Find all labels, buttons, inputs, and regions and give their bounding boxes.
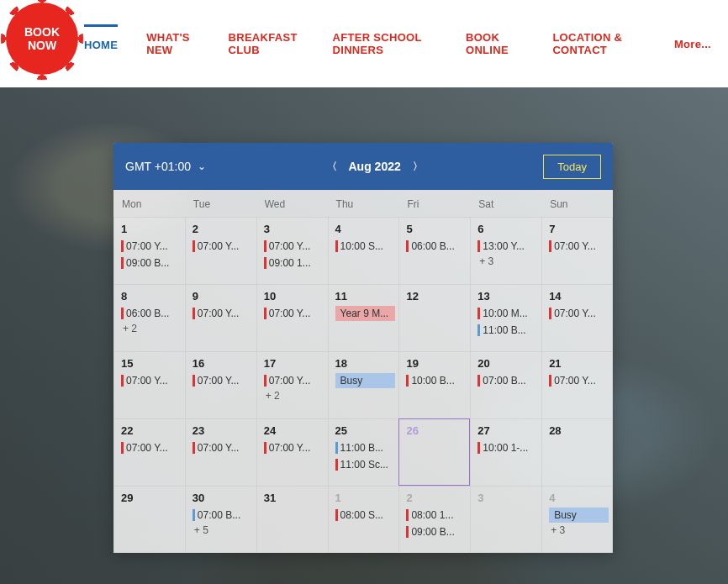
calendar-event[interactable]: 11:00 Sc... xyxy=(335,457,396,472)
calendar-cell[interactable]: 1007:00 Y... xyxy=(256,284,328,351)
calendar-event[interactable]: 10:00 M... xyxy=(477,306,538,321)
nav-location-contact[interactable]: LOCATION & CONTACT xyxy=(552,19,646,68)
day-number: 15 xyxy=(121,357,182,370)
calendar-cell[interactable]: 1407:00 Y... xyxy=(541,284,613,351)
calendar-event[interactable]: 07:00 B... xyxy=(477,373,538,388)
calendar-cell[interactable]: 207:00 Y... xyxy=(185,217,256,284)
day-number: 19 xyxy=(406,357,467,370)
day-number: 3 xyxy=(264,223,324,235)
calendar-cell[interactable]: 4Busy+ 3 xyxy=(541,486,613,553)
calendar-cell[interactable]: 2207:00 Y... xyxy=(113,418,185,486)
badge-text: BOOKNOW xyxy=(24,25,60,52)
nav-whats-new[interactable]: WHAT'S NEW xyxy=(146,19,199,68)
calendar-cell[interactable]: 806:00 B...+ 2 xyxy=(113,284,185,351)
calendar-cell[interactable]: 1310:00 M...11:00 B... xyxy=(470,284,541,351)
calendar-cell[interactable]: 307:00 Y...09:00 1... xyxy=(256,217,328,284)
calendar-cell[interactable]: 2107:00 Y... xyxy=(541,351,613,418)
calendar-event[interactable]: 07:00 B... xyxy=(193,508,253,523)
calendar-cell[interactable]: 28 xyxy=(541,418,613,486)
calendar-event[interactable]: 07:00 Y... xyxy=(264,306,324,321)
calendar-event[interactable]: Busy xyxy=(335,373,396,388)
calendar-event[interactable]: 09:00 B... xyxy=(406,524,467,539)
prev-month-button[interactable]: 〈 xyxy=(324,156,340,177)
calendar-cell[interactable]: 208:00 1...09:00 B... xyxy=(398,486,470,553)
day-number: 20 xyxy=(477,357,538,370)
calendar-grid: 107:00 Y...09:00 B...207:00 Y...307:00 Y… xyxy=(113,217,613,553)
nav-more[interactable]: More... xyxy=(674,26,711,62)
calendar-event[interactable]: 07:00 Y... xyxy=(193,306,253,321)
calendar-cell[interactable]: 907:00 Y... xyxy=(185,284,256,351)
more-events-link[interactable]: + 3 xyxy=(549,524,609,536)
calendar-event[interactable]: 07:00 Y... xyxy=(264,440,324,455)
calendar-event[interactable]: 06:00 B... xyxy=(121,306,182,321)
next-month-button[interactable]: 〉 xyxy=(409,156,426,177)
calendar-event[interactable]: 07:00 Y... xyxy=(121,440,182,455)
calendar-event[interactable]: 07:00 Y... xyxy=(193,440,253,455)
timezone-selector[interactable]: GMT +01:00 ⌄ xyxy=(125,160,206,173)
calendar-event[interactable]: 07:00 Y... xyxy=(264,239,324,254)
calendar-cell[interactable]: 3 xyxy=(470,486,541,553)
calendar-cell[interactable]: 12 xyxy=(398,284,470,351)
calendar-cell[interactable]: 613:00 Y...+ 3 xyxy=(470,217,541,284)
nav-after-school-dinners[interactable]: AFTER SCHOOL DINNERS xyxy=(333,19,437,68)
calendar-cell[interactable]: 2710:00 1-... xyxy=(470,418,541,486)
calendar-event[interactable]: 13:00 Y... xyxy=(477,239,538,254)
calendar-event[interactable]: Year 9 M... xyxy=(335,306,396,321)
calendar-event[interactable]: 11:00 B... xyxy=(477,323,538,338)
dow-sun: Sun xyxy=(541,190,613,217)
calendar-cell[interactable]: 1507:00 Y... xyxy=(113,351,185,418)
calendar-event[interactable]: 07:00 Y... xyxy=(264,373,324,388)
calendar-cell[interactable]: 707:00 Y... xyxy=(541,217,613,284)
calendar-cell[interactable]: 506:00 B... xyxy=(398,217,470,284)
calendar-event[interactable]: Busy xyxy=(549,508,609,523)
nav-home[interactable]: HOME xyxy=(84,24,118,63)
calendar-event[interactable]: 06:00 B... xyxy=(406,239,467,254)
calendar-cell[interactable]: 2511:00 B...11:00 Sc... xyxy=(328,418,399,486)
day-number: 1 xyxy=(121,223,182,235)
calendar-cell[interactable]: 18Busy xyxy=(328,351,399,418)
calendar-cell[interactable]: 1707:00 Y...+ 2 xyxy=(256,351,328,418)
calendar-event[interactable]: 07:00 Y... xyxy=(193,239,253,254)
calendar-panel: GMT +01:00 ⌄ 〈 Aug 2022 〉 Today Mon Tue … xyxy=(113,143,613,553)
calendar-event[interactable]: 08:00 1... xyxy=(406,508,467,523)
calendar-event[interactable]: 10:00 B... xyxy=(406,373,467,388)
calendar-cell[interactable]: 11Year 9 M... xyxy=(328,284,399,351)
day-number: 18 xyxy=(335,357,396,370)
more-events-link[interactable]: + 2 xyxy=(121,323,182,334)
calendar-cell[interactable]: 1607:00 Y... xyxy=(185,351,256,418)
calendar-event[interactable]: 09:00 1... xyxy=(264,255,324,271)
calendar-cell[interactable]: 410:00 S... xyxy=(328,217,399,284)
more-events-link[interactable]: + 2 xyxy=(264,390,324,402)
more-events-link[interactable]: + 3 xyxy=(477,255,538,267)
calendar-cell[interactable]: 26 xyxy=(398,418,470,486)
nav-book-online[interactable]: BOOK ONLINE xyxy=(466,19,524,68)
chevron-down-icon: ⌄ xyxy=(198,160,206,172)
calendar-event[interactable]: 07:00 Y... xyxy=(549,306,609,321)
calendar-cell[interactable]: 2407:00 Y... xyxy=(256,418,328,486)
calendar-cell[interactable]: 107:00 Y...09:00 B... xyxy=(113,217,185,284)
book-now-badge[interactable]: BOOKNOW xyxy=(6,3,78,75)
calendar-event[interactable]: 07:00 Y... xyxy=(121,239,182,254)
calendar-cell[interactable]: 3007:00 B...+ 5 xyxy=(185,486,256,553)
calendar-event[interactable]: 07:00 Y... xyxy=(193,373,253,388)
calendar-event[interactable]: 07:00 Y... xyxy=(549,373,609,388)
calendar-cell[interactable]: 108:00 S... xyxy=(328,486,399,553)
day-number: 26 xyxy=(406,424,467,437)
calendar-event[interactable]: 09:00 B... xyxy=(121,255,182,271)
calendar-cell[interactable]: 31 xyxy=(256,486,328,553)
dow-mon: Mon xyxy=(113,190,185,217)
calendar-event[interactable]: 08:00 S... xyxy=(335,508,396,523)
calendar-event[interactable]: 07:00 Y... xyxy=(549,239,609,254)
calendar-cell[interactable]: 29 xyxy=(113,486,185,553)
calendar-event[interactable]: 07:00 Y... xyxy=(121,373,182,388)
nav-breakfast-club[interactable]: BREAKFAST CLUB xyxy=(229,19,304,68)
calendar-cell[interactable]: 2007:00 B... xyxy=(470,351,541,418)
calendar-event[interactable]: 10:00 1-... xyxy=(477,440,538,455)
more-events-link[interactable]: + 5 xyxy=(193,524,253,536)
calendar-cell[interactable]: 2307:00 Y... xyxy=(185,418,256,486)
day-number: 3 xyxy=(477,492,538,504)
calendar-cell[interactable]: 1910:00 B... xyxy=(398,351,470,418)
today-button[interactable]: Today xyxy=(543,155,601,179)
calendar-event[interactable]: 11:00 B... xyxy=(335,440,396,455)
calendar-event[interactable]: 10:00 S... xyxy=(335,239,396,254)
